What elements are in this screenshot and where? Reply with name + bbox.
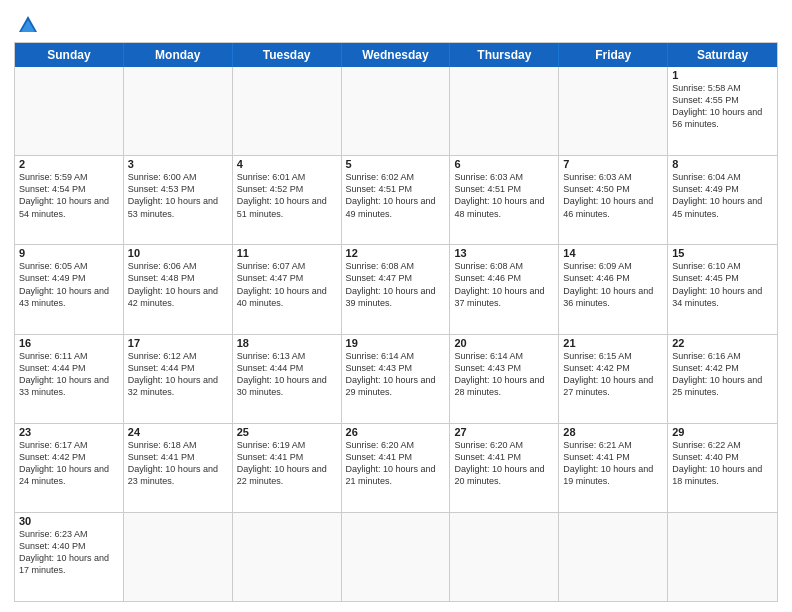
calendar-cell: 8Sunrise: 6:04 AM Sunset: 4:49 PM Daylig… [668, 156, 777, 244]
cell-info: Sunrise: 6:17 AM Sunset: 4:42 PM Dayligh… [19, 439, 119, 488]
day-number: 28 [563, 426, 663, 438]
calendar-cell [559, 513, 668, 601]
calendar-cell [559, 67, 668, 155]
day-number: 22 [672, 337, 773, 349]
cell-info: Sunrise: 6:12 AM Sunset: 4:44 PM Dayligh… [128, 350, 228, 399]
day-number: 6 [454, 158, 554, 170]
cell-info: Sunrise: 6:19 AM Sunset: 4:41 PM Dayligh… [237, 439, 337, 488]
calendar-cell: 29Sunrise: 6:22 AM Sunset: 4:40 PM Dayli… [668, 424, 777, 512]
calendar-cell: 24Sunrise: 6:18 AM Sunset: 4:41 PM Dayli… [124, 424, 233, 512]
calendar-cell [342, 67, 451, 155]
calendar-cell: 7Sunrise: 6:03 AM Sunset: 4:50 PM Daylig… [559, 156, 668, 244]
calendar-cell: 23Sunrise: 6:17 AM Sunset: 4:42 PM Dayli… [15, 424, 124, 512]
calendar-cell [233, 67, 342, 155]
calendar-cell [233, 513, 342, 601]
calendar-cell: 25Sunrise: 6:19 AM Sunset: 4:41 PM Dayli… [233, 424, 342, 512]
calendar-cell: 5Sunrise: 6:02 AM Sunset: 4:51 PM Daylig… [342, 156, 451, 244]
calendar-cell: 30Sunrise: 6:23 AM Sunset: 4:40 PM Dayli… [15, 513, 124, 601]
day-number: 9 [19, 247, 119, 259]
calendar-row-1: 1Sunrise: 5:58 AM Sunset: 4:55 PM Daylig… [15, 67, 777, 155]
day-number: 5 [346, 158, 446, 170]
cell-info: Sunrise: 6:04 AM Sunset: 4:49 PM Dayligh… [672, 171, 773, 220]
calendar-cell: 26Sunrise: 6:20 AM Sunset: 4:41 PM Dayli… [342, 424, 451, 512]
calendar-cell: 15Sunrise: 6:10 AM Sunset: 4:45 PM Dayli… [668, 245, 777, 333]
day-number: 1 [672, 69, 773, 81]
cell-info: Sunrise: 6:23 AM Sunset: 4:40 PM Dayligh… [19, 528, 119, 577]
calendar-cell: 27Sunrise: 6:20 AM Sunset: 4:41 PM Dayli… [450, 424, 559, 512]
cell-info: Sunrise: 6:00 AM Sunset: 4:53 PM Dayligh… [128, 171, 228, 220]
day-number: 3 [128, 158, 228, 170]
calendar-grid: SundayMondayTuesdayWednesdayThursdayFrid… [14, 42, 778, 602]
day-number: 17 [128, 337, 228, 349]
day-number: 25 [237, 426, 337, 438]
day-number: 30 [19, 515, 119, 527]
calendar-cell: 17Sunrise: 6:12 AM Sunset: 4:44 PM Dayli… [124, 335, 233, 423]
cell-info: Sunrise: 6:10 AM Sunset: 4:45 PM Dayligh… [672, 260, 773, 309]
cell-info: Sunrise: 6:07 AM Sunset: 4:47 PM Dayligh… [237, 260, 337, 309]
cell-info: Sunrise: 6:03 AM Sunset: 4:51 PM Dayligh… [454, 171, 554, 220]
cell-info: Sunrise: 6:11 AM Sunset: 4:44 PM Dayligh… [19, 350, 119, 399]
calendar-cell: 1Sunrise: 5:58 AM Sunset: 4:55 PM Daylig… [668, 67, 777, 155]
calendar-row-2: 2Sunrise: 5:59 AM Sunset: 4:54 PM Daylig… [15, 155, 777, 244]
calendar-page: SundayMondayTuesdayWednesdayThursdayFrid… [0, 0, 792, 612]
calendar-cell: 22Sunrise: 6:16 AM Sunset: 4:42 PM Dayli… [668, 335, 777, 423]
calendar-cell [15, 67, 124, 155]
cell-info: Sunrise: 6:09 AM Sunset: 4:46 PM Dayligh… [563, 260, 663, 309]
day-number: 2 [19, 158, 119, 170]
cell-info: Sunrise: 6:03 AM Sunset: 4:50 PM Dayligh… [563, 171, 663, 220]
day-number: 26 [346, 426, 446, 438]
cell-info: Sunrise: 6:14 AM Sunset: 4:43 PM Dayligh… [346, 350, 446, 399]
calendar-cell: 10Sunrise: 6:06 AM Sunset: 4:48 PM Dayli… [124, 245, 233, 333]
calendar-cell: 21Sunrise: 6:15 AM Sunset: 4:42 PM Dayli… [559, 335, 668, 423]
day-number: 15 [672, 247, 773, 259]
calendar-cell: 18Sunrise: 6:13 AM Sunset: 4:44 PM Dayli… [233, 335, 342, 423]
calendar-row-6: 30Sunrise: 6:23 AM Sunset: 4:40 PM Dayli… [15, 512, 777, 601]
day-number: 20 [454, 337, 554, 349]
day-number: 18 [237, 337, 337, 349]
cell-info: Sunrise: 6:02 AM Sunset: 4:51 PM Dayligh… [346, 171, 446, 220]
calendar-cell: 14Sunrise: 6:09 AM Sunset: 4:46 PM Dayli… [559, 245, 668, 333]
page-header [14, 10, 778, 36]
calendar-cell: 11Sunrise: 6:07 AM Sunset: 4:47 PM Dayli… [233, 245, 342, 333]
calendar-cell [450, 513, 559, 601]
calendar-cell: 20Sunrise: 6:14 AM Sunset: 4:43 PM Dayli… [450, 335, 559, 423]
calendar-cell: 6Sunrise: 6:03 AM Sunset: 4:51 PM Daylig… [450, 156, 559, 244]
header-day-friday: Friday [559, 43, 668, 67]
calendar-row-5: 23Sunrise: 6:17 AM Sunset: 4:42 PM Dayli… [15, 423, 777, 512]
header-day-tuesday: Tuesday [233, 43, 342, 67]
cell-info: Sunrise: 6:21 AM Sunset: 4:41 PM Dayligh… [563, 439, 663, 488]
calendar-cell: 9Sunrise: 6:05 AM Sunset: 4:49 PM Daylig… [15, 245, 124, 333]
day-number: 11 [237, 247, 337, 259]
calendar-cell: 28Sunrise: 6:21 AM Sunset: 4:41 PM Dayli… [559, 424, 668, 512]
calendar-cell [124, 67, 233, 155]
calendar-cell [668, 513, 777, 601]
header-day-sunday: Sunday [15, 43, 124, 67]
header-day-thursday: Thursday [450, 43, 559, 67]
day-number: 29 [672, 426, 773, 438]
calendar-cell: 16Sunrise: 6:11 AM Sunset: 4:44 PM Dayli… [15, 335, 124, 423]
calendar-cell [342, 513, 451, 601]
cell-info: Sunrise: 5:58 AM Sunset: 4:55 PM Dayligh… [672, 82, 773, 131]
calendar-row-4: 16Sunrise: 6:11 AM Sunset: 4:44 PM Dayli… [15, 334, 777, 423]
calendar-body: 1Sunrise: 5:58 AM Sunset: 4:55 PM Daylig… [15, 67, 777, 601]
day-number: 24 [128, 426, 228, 438]
header-day-wednesday: Wednesday [342, 43, 451, 67]
cell-info: Sunrise: 6:14 AM Sunset: 4:43 PM Dayligh… [454, 350, 554, 399]
day-number: 4 [237, 158, 337, 170]
header-day-saturday: Saturday [668, 43, 777, 67]
header-day-monday: Monday [124, 43, 233, 67]
cell-info: Sunrise: 6:08 AM Sunset: 4:47 PM Dayligh… [346, 260, 446, 309]
cell-info: Sunrise: 6:20 AM Sunset: 4:41 PM Dayligh… [454, 439, 554, 488]
cell-info: Sunrise: 6:16 AM Sunset: 4:42 PM Dayligh… [672, 350, 773, 399]
calendar-cell: 3Sunrise: 6:00 AM Sunset: 4:53 PM Daylig… [124, 156, 233, 244]
cell-info: Sunrise: 6:13 AM Sunset: 4:44 PM Dayligh… [237, 350, 337, 399]
cell-info: Sunrise: 6:20 AM Sunset: 4:41 PM Dayligh… [346, 439, 446, 488]
calendar-cell: 4Sunrise: 6:01 AM Sunset: 4:52 PM Daylig… [233, 156, 342, 244]
cell-info: Sunrise: 6:05 AM Sunset: 4:49 PM Dayligh… [19, 260, 119, 309]
calendar-cell: 13Sunrise: 6:08 AM Sunset: 4:46 PM Dayli… [450, 245, 559, 333]
calendar-cell [450, 67, 559, 155]
calendar-row-3: 9Sunrise: 6:05 AM Sunset: 4:49 PM Daylig… [15, 244, 777, 333]
day-number: 23 [19, 426, 119, 438]
calendar-cell [124, 513, 233, 601]
calendar-cell: 19Sunrise: 6:14 AM Sunset: 4:43 PM Dayli… [342, 335, 451, 423]
